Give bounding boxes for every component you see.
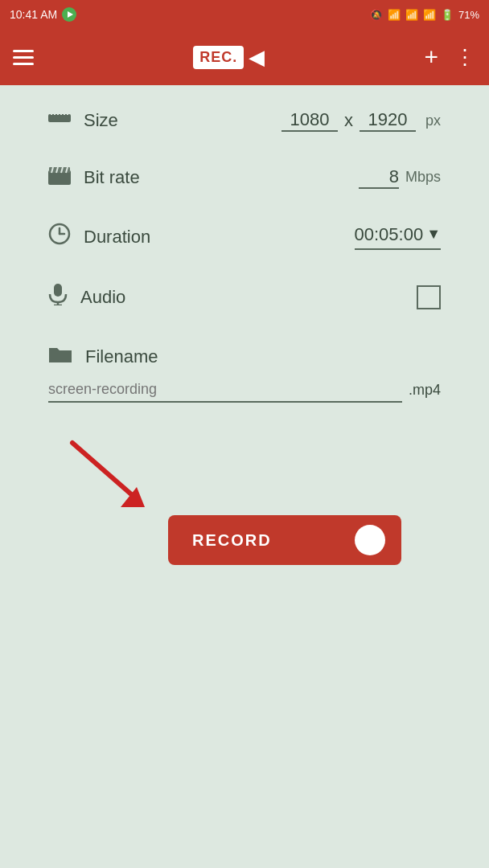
svg-line-20 bbox=[72, 443, 137, 499]
battery-icon: 🔋 bbox=[441, 9, 454, 21]
record-button[interactable]: RECORD bbox=[168, 515, 401, 565]
audio-checkbox[interactable] bbox=[417, 285, 441, 309]
status-bar: 10:41 AM 🔕 📶 📶 📶 🔋 71% bbox=[0, 0, 489, 29]
audio-text: Audio bbox=[80, 287, 125, 308]
bell-icon: 🔕 bbox=[370, 9, 383, 21]
audio-label: Audio bbox=[48, 283, 125, 311]
filename-extension: .mp4 bbox=[409, 382, 441, 399]
logo-text: REC. bbox=[193, 46, 244, 69]
audio-row: Audio bbox=[48, 283, 441, 311]
signal2-icon: 📶 bbox=[423, 9, 436, 21]
status-time: 10:41 AM bbox=[10, 8, 57, 21]
bitrate-input[interactable] bbox=[359, 166, 399, 189]
chevron-down-icon: ▼ bbox=[426, 226, 441, 243]
battery-level: 71% bbox=[458, 9, 479, 21]
add-button[interactable]: + bbox=[424, 45, 438, 69]
play-icon bbox=[62, 7, 76, 22]
clapper-icon bbox=[48, 164, 71, 190]
size-row: Size x px bbox=[48, 109, 441, 132]
duration-value: 00:05:00 bbox=[355, 224, 424, 245]
svg-rect-0 bbox=[48, 114, 71, 122]
size-unit: px bbox=[425, 113, 441, 129]
main-content: Size x px Bit rate bbox=[0, 85, 489, 589]
bitrate-value: Mbps bbox=[359, 166, 441, 189]
record-label: RECORD bbox=[192, 531, 272, 550]
size-text: Size bbox=[84, 110, 118, 131]
bitrate-row: Bit rate Mbps bbox=[48, 164, 441, 190]
svg-rect-16 bbox=[54, 284, 62, 297]
status-bar-left: 10:41 AM bbox=[10, 7, 76, 22]
size-width-input[interactable] bbox=[281, 109, 338, 132]
wifi-icon: 📶 bbox=[388, 9, 401, 21]
clock-icon bbox=[48, 223, 71, 251]
folder-icon bbox=[48, 343, 72, 370]
size-inputs: x px bbox=[281, 109, 441, 132]
size-height-input[interactable] bbox=[360, 109, 416, 132]
app-bar: REC. ◀ + ⋮ bbox=[0, 29, 489, 85]
signal-icon: 📶 bbox=[405, 9, 418, 21]
duration-dropdown[interactable]: 00:05:00 ▼ bbox=[355, 224, 441, 250]
filename-text: Filename bbox=[85, 346, 158, 367]
svg-rect-5 bbox=[64, 112, 65, 115]
duration-text: Duration bbox=[84, 227, 150, 248]
filename-section: Filename .mp4 bbox=[48, 343, 441, 403]
hamburger-menu-button[interactable] bbox=[13, 50, 34, 65]
filename-row: Filename bbox=[48, 343, 441, 370]
size-separator: x bbox=[344, 110, 353, 131]
duration-row: Duration 00:05:00 ▼ bbox=[48, 223, 441, 251]
more-options-button[interactable]: ⋮ bbox=[454, 47, 476, 68]
svg-rect-3 bbox=[57, 112, 59, 115]
svg-rect-6 bbox=[67, 112, 68, 115]
camera-icon: ◀ bbox=[249, 45, 265, 70]
status-bar-right: 🔕 📶 📶 📶 🔋 71% bbox=[370, 9, 479, 21]
app-logo: REC. ◀ bbox=[193, 45, 265, 70]
duration-label: Duration bbox=[48, 223, 150, 251]
record-toggle-circle bbox=[355, 525, 385, 555]
svg-rect-19 bbox=[49, 350, 72, 362]
svg-rect-2 bbox=[54, 112, 55, 115]
svg-rect-4 bbox=[60, 112, 62, 115]
microphone-icon bbox=[48, 283, 68, 311]
bitrate-text: Bit rate bbox=[84, 167, 140, 188]
record-area: RECORD bbox=[48, 443, 441, 565]
arrow-container bbox=[48, 443, 441, 515]
red-arrow bbox=[48, 435, 177, 515]
app-bar-actions: + ⋮ bbox=[424, 45, 476, 69]
bitrate-label: Bit rate bbox=[48, 164, 140, 190]
filename-input[interactable] bbox=[48, 378, 402, 403]
ruler-icon bbox=[48, 109, 71, 132]
svg-rect-1 bbox=[51, 112, 52, 115]
filename-input-row: .mp4 bbox=[48, 378, 441, 403]
size-label: Size bbox=[48, 109, 118, 132]
bitrate-unit: Mbps bbox=[405, 169, 441, 186]
